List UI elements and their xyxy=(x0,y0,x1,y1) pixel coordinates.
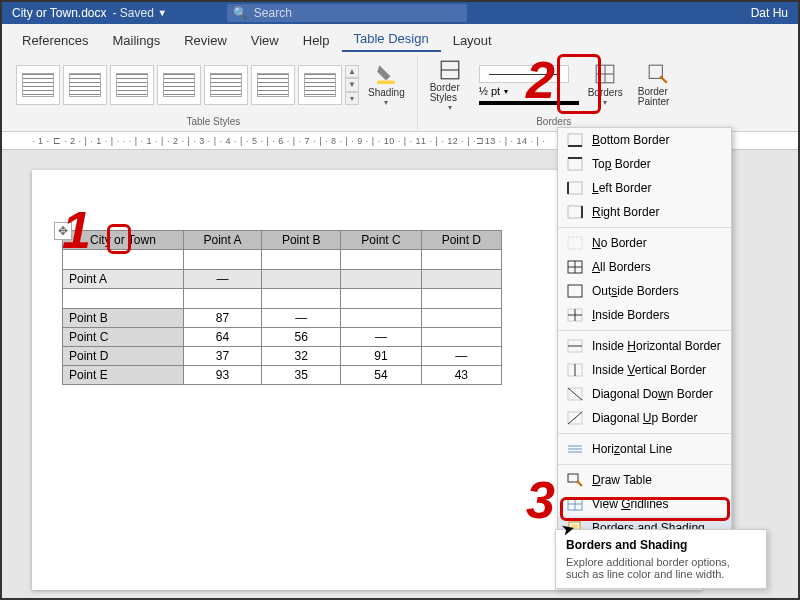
border-painter-button[interactable]: Border Painter xyxy=(632,61,684,109)
border-width-selector[interactable]: ½ pt ▾ xyxy=(479,85,579,97)
tab-help[interactable]: Help xyxy=(291,29,342,52)
pen-color-selector[interactable] xyxy=(479,101,579,105)
table-header-cell[interactable]: Point C xyxy=(341,231,421,250)
menu-item-all[interactable]: All Borders xyxy=(558,255,731,279)
svg-rect-34 xyxy=(568,474,578,482)
menu-item-inv[interactable]: Inside Vertical Border xyxy=(558,358,731,382)
table-style-thumb[interactable] xyxy=(16,65,60,105)
table-style-thumb[interactable] xyxy=(63,65,107,105)
borders-icon xyxy=(594,63,616,85)
tab-review[interactable]: Review xyxy=(172,29,239,52)
svg-rect-15 xyxy=(568,237,582,249)
table-row: Point E 93 35 54 43 xyxy=(63,366,502,385)
menu-item-label: All Borders xyxy=(592,260,651,274)
border-styles-button[interactable]: Border Styles ▾ xyxy=(424,57,476,114)
menu-item-label: Horizontal Line xyxy=(592,442,672,456)
all-border-icon xyxy=(566,259,584,275)
borders-dropdown-menu: Bottom BorderTop BorderLeft BorderRight … xyxy=(557,127,732,541)
table-header-cell[interactable]: Point A xyxy=(183,231,261,250)
svg-rect-9 xyxy=(568,158,582,170)
menu-item-label: Bottom Border xyxy=(592,133,669,147)
table-row xyxy=(63,289,502,309)
table-header-cell[interactable]: Point D xyxy=(421,231,501,250)
bottom-border-icon xyxy=(566,132,584,148)
menu-separator xyxy=(558,330,731,331)
table-row xyxy=(63,250,502,270)
group-table-styles: ▲ ▼ ▾ Shading ▾ Table Styles xyxy=(10,56,418,131)
table-header-cell[interactable]: Point B xyxy=(262,231,341,250)
table-row: Point B 87 — xyxy=(63,309,502,328)
tooltip-body: Explore additional border options, such … xyxy=(566,556,756,580)
menu-item-draw[interactable]: Draw Table xyxy=(558,468,731,492)
inh-border-icon xyxy=(566,338,584,354)
menu-item-dup[interactable]: Diagonal Up Border xyxy=(558,406,731,430)
table-style-thumb[interactable] xyxy=(298,65,342,105)
table-move-handle[interactable]: ✥ xyxy=(54,222,72,240)
group-borders: Border Styles ▾ ½ pt ▾ Borders ▾ xyxy=(418,56,690,131)
line-style-selector[interactable] xyxy=(479,65,569,83)
menu-item-right[interactable]: Right Border xyxy=(558,200,731,224)
border-line-controls: ½ pt ▾ xyxy=(479,65,579,105)
menu-item-outside[interactable]: Outside Borders xyxy=(558,279,731,303)
dup-border-icon xyxy=(566,410,584,426)
menu-item-label: Outside Borders xyxy=(592,284,679,298)
menu-item-label: Draw Table xyxy=(592,473,652,487)
menu-item-label: Left Border xyxy=(592,181,651,195)
menu-item-left[interactable]: Left Border xyxy=(558,176,731,200)
menu-item-inh[interactable]: Inside Horizontal Border xyxy=(558,334,731,358)
ddown-border-icon xyxy=(566,386,584,402)
table-style-thumb[interactable] xyxy=(110,65,154,105)
table-row: Point D 37 32 91 — xyxy=(63,347,502,366)
borders-button[interactable]: Borders ▾ xyxy=(582,61,629,109)
svg-rect-19 xyxy=(568,285,582,297)
menu-separator xyxy=(558,227,731,228)
tab-table-design[interactable]: Table Design xyxy=(342,27,441,52)
inv-border-icon xyxy=(566,362,584,378)
titlebar: City or Town.docx - Saved ▼ 🔍 Search Dat… xyxy=(2,2,798,24)
menu-item-label: Diagonal Down Border xyxy=(592,387,713,401)
menu-item-ddown[interactable]: Diagonal Down Border xyxy=(558,382,731,406)
data-table[interactable]: City or Town Point A Point B Point C Poi… xyxy=(62,230,502,385)
hline-border-icon xyxy=(566,441,584,457)
tab-references[interactable]: References xyxy=(10,29,100,52)
table-style-thumb[interactable] xyxy=(204,65,248,105)
border-painter-icon xyxy=(647,63,669,85)
table-style-thumb[interactable] xyxy=(157,65,201,105)
left-border-icon xyxy=(566,180,584,196)
search-icon: 🔍 xyxy=(233,6,248,20)
menu-item-hline[interactable]: Horizontal Line xyxy=(558,437,731,461)
top-border-icon xyxy=(566,156,584,172)
shading-button[interactable]: Shading ▾ xyxy=(362,61,411,109)
table-style-thumb[interactable] xyxy=(251,65,295,105)
title-dropdown-icon[interactable]: ▼ xyxy=(158,8,167,18)
scroll-down-icon[interactable]: ▼ xyxy=(345,78,359,91)
search-input[interactable]: 🔍 Search xyxy=(227,4,467,22)
menu-item-label: Inside Horizontal Border xyxy=(592,339,721,353)
menu-item-bottom[interactable]: Bottom Border xyxy=(558,128,731,152)
menu-item-label: Diagonal Up Border xyxy=(592,411,697,425)
menu-item-grid[interactable]: View Gridlines xyxy=(558,492,731,516)
menu-separator xyxy=(558,464,731,465)
style-gallery-scroll[interactable]: ▲ ▼ ▾ xyxy=(345,65,359,105)
svg-line-28 xyxy=(568,388,582,400)
chevron-down-icon: ▾ xyxy=(504,87,508,96)
search-placeholder: Search xyxy=(254,6,292,20)
table-header-row: City or Town Point A Point B Point C Poi… xyxy=(63,231,502,250)
chevron-down-icon: ▾ xyxy=(384,98,388,107)
tab-view[interactable]: View xyxy=(239,29,291,52)
draw-border-icon xyxy=(566,472,584,488)
menu-item-none[interactable]: No Border xyxy=(558,231,731,255)
menu-item-top[interactable]: Top Border xyxy=(558,152,731,176)
menu-item-label: Right Border xyxy=(592,205,659,219)
scroll-up-icon[interactable]: ▲ xyxy=(345,65,359,78)
menu-item-inside[interactable]: Inside Borders xyxy=(558,303,731,327)
svg-rect-11 xyxy=(568,182,582,194)
tab-layout[interactable]: Layout xyxy=(441,29,504,52)
menu-separator xyxy=(558,433,731,434)
tab-mailings[interactable]: Mailings xyxy=(100,29,172,52)
table-header-cell[interactable]: City or Town xyxy=(63,231,184,250)
document-title: City or Town.docx xyxy=(12,6,106,20)
gallery-more-icon[interactable]: ▾ xyxy=(345,92,359,105)
table-row: Point A — xyxy=(63,270,502,289)
menu-item-label: No Border xyxy=(592,236,647,250)
